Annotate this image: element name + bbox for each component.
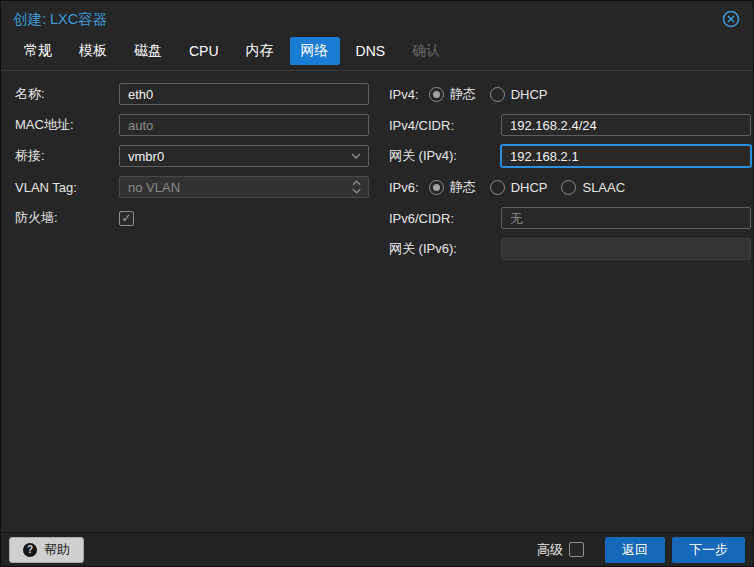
spinner-up-down-icon bbox=[349, 176, 363, 198]
gateway4-label: 网关 (IPv4): bbox=[389, 147, 501, 165]
tab-template[interactable]: 模板 bbox=[68, 37, 118, 65]
mac-input[interactable] bbox=[119, 114, 369, 136]
ipv4-static-label: 静态 bbox=[450, 85, 476, 103]
gateway4-input[interactable] bbox=[501, 145, 751, 167]
ipv4-static-radio[interactable]: 静态 bbox=[429, 85, 476, 103]
create-lxc-dialog: 创建: LXC容器 常规 模板 磁盘 CPU 内存 网络 DNS 确认 名称: … bbox=[0, 0, 754, 567]
ipv6-mode-row: IPv6: 静态 DHCP SLAAC bbox=[389, 176, 754, 198]
ipv6-cidr-label: IPv6/CIDR: bbox=[389, 211, 501, 226]
back-button[interactable]: 返回 bbox=[605, 537, 665, 563]
name-input[interactable] bbox=[119, 83, 369, 105]
ipv6-dhcp-radio[interactable]: DHCP bbox=[490, 180, 548, 195]
vlan-row: VLAN Tag: bbox=[15, 176, 375, 198]
dialog-footer: ? 帮助 高级 返回 下一步 bbox=[1, 532, 753, 566]
radio-unselected-icon bbox=[490, 87, 505, 102]
ipv4-dhcp-radio[interactable]: DHCP bbox=[490, 87, 548, 102]
vlan-input bbox=[119, 176, 369, 198]
ipv4-dhcp-label: DHCP bbox=[511, 87, 548, 102]
bridge-input[interactable] bbox=[119, 145, 369, 167]
firewall-row: 防火墙: ✓ bbox=[15, 207, 375, 229]
vlan-label: VLAN Tag: bbox=[15, 180, 119, 195]
next-button[interactable]: 下一步 bbox=[672, 537, 745, 563]
tab-general[interactable]: 常规 bbox=[13, 37, 63, 65]
form-right-column: IPv4: 静态 DHCP IPv4/CIDR: 网关 (IPv4 bbox=[389, 83, 754, 269]
name-row: 名称: bbox=[15, 83, 375, 105]
ipv4-mode-row: IPv4: 静态 DHCP bbox=[389, 83, 754, 105]
wizard-tabbar: 常规 模板 磁盘 CPU 内存 网络 DNS 确认 bbox=[1, 37, 753, 71]
dialog-titlebar: 创建: LXC容器 bbox=[1, 1, 753, 37]
ipv6-radio-group: 静态 DHCP SLAAC bbox=[429, 178, 625, 196]
form-left-column: 名称: MAC地址: 桥接: VLAN Tag: bbox=[15, 83, 375, 238]
ipv6-cidr-input[interactable] bbox=[501, 207, 751, 229]
ipv6-slaac-label: SLAAC bbox=[582, 180, 625, 195]
mac-row: MAC地址: bbox=[15, 114, 375, 136]
ipv4-cidr-input[interactable] bbox=[501, 114, 751, 136]
gateway6-row: 网关 (IPv6): bbox=[389, 238, 754, 260]
gateway4-row: 网关 (IPv4): bbox=[389, 145, 754, 167]
bridge-combo[interactable] bbox=[119, 145, 369, 167]
advanced-checkbox[interactable] bbox=[569, 542, 584, 557]
chevron-down-icon[interactable] bbox=[349, 145, 363, 167]
help-button-label: 帮助 bbox=[44, 541, 70, 559]
tab-network[interactable]: 网络 bbox=[290, 37, 340, 65]
ipv6-static-label: 静态 bbox=[450, 178, 476, 196]
ipv6-label: IPv6: bbox=[389, 180, 419, 195]
radio-selected-icon bbox=[429, 180, 444, 195]
name-label: 名称: bbox=[15, 85, 119, 103]
bridge-label: 桥接: bbox=[15, 147, 119, 165]
ipv6-cidr-row: IPv6/CIDR: bbox=[389, 207, 754, 229]
firewall-label: 防火墙: bbox=[15, 209, 119, 227]
ipv4-radio-group: 静态 DHCP bbox=[429, 85, 548, 103]
tab-cpu[interactable]: CPU bbox=[178, 38, 230, 64]
firewall-checkbox[interactable]: ✓ bbox=[119, 211, 134, 226]
dialog-title: 创建: LXC容器 bbox=[13, 10, 107, 29]
radio-unselected-icon bbox=[490, 180, 505, 195]
help-button[interactable]: ? 帮助 bbox=[9, 537, 84, 563]
gateway6-label: 网关 (IPv6): bbox=[389, 240, 501, 258]
bridge-row: 桥接: bbox=[15, 145, 375, 167]
tab-disks[interactable]: 磁盘 bbox=[123, 37, 173, 65]
mac-label: MAC地址: bbox=[15, 116, 119, 134]
ipv6-dhcp-label: DHCP bbox=[511, 180, 548, 195]
radio-selected-icon bbox=[429, 87, 444, 102]
tab-dns[interactable]: DNS bbox=[345, 38, 397, 64]
gateway6-input[interactable] bbox=[501, 238, 751, 260]
vlan-spinner bbox=[119, 176, 369, 198]
ipv4-cidr-row: IPv4/CIDR: bbox=[389, 114, 754, 136]
tab-memory[interactable]: 内存 bbox=[235, 37, 285, 65]
ipv6-static-radio[interactable]: 静态 bbox=[429, 178, 476, 196]
ipv6-slaac-radio[interactable]: SLAAC bbox=[561, 180, 625, 195]
question-icon: ? bbox=[23, 543, 37, 557]
ipv4-cidr-label: IPv4/CIDR: bbox=[389, 118, 501, 133]
ipv4-label: IPv4: bbox=[389, 87, 419, 102]
tab-confirm: 确认 bbox=[401, 37, 451, 65]
radio-unselected-icon bbox=[561, 180, 576, 195]
advanced-label: 高级 bbox=[537, 541, 563, 559]
close-icon[interactable] bbox=[721, 9, 741, 29]
